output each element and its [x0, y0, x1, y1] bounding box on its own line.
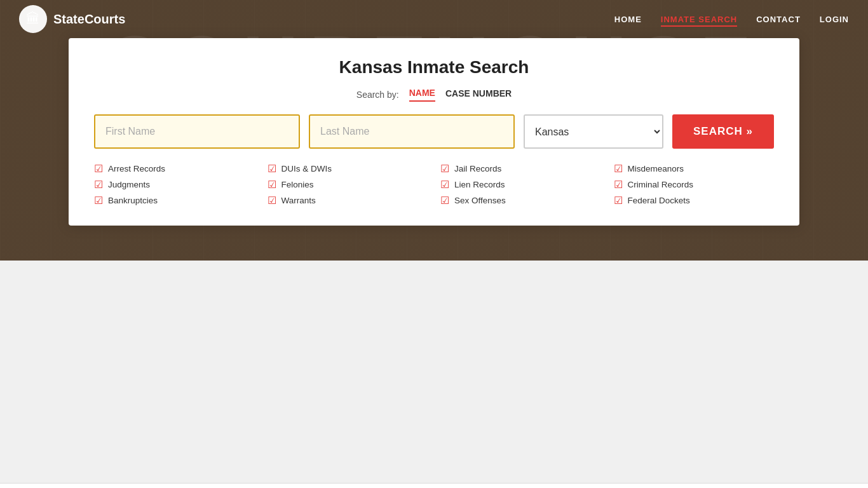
hero-section: COURTHOUSE 🏛 StateCourts HOME INMATE SEA… — [0, 0, 868, 261]
search-by-row: Search by: NAME CASE NUMBER — [94, 88, 774, 102]
nav-item-login[interactable]: LOGIN — [820, 13, 849, 25]
check-icon: ☑ — [268, 179, 276, 191]
state-select[interactable]: Kansas Alabama Alaska Arizona Arkansas C… — [524, 114, 663, 149]
feature-label: Misdemeanors — [628, 164, 684, 173]
navigation: 🏛 StateCourts HOME INMATE SEARCH CONTACT… — [0, 0, 868, 38]
feature-label: Felonies — [281, 180, 314, 189]
feature-label: Jail Records — [454, 164, 501, 173]
check-icon: ☑ — [614, 194, 623, 207]
check-icon: ☑ — [614, 179, 623, 191]
search-card-title: Kansas Inmate Search — [94, 57, 774, 78]
feature-item: ☑Bankruptcies — [94, 194, 255, 207]
check-icon: ☑ — [268, 163, 276, 175]
feature-label: Criminal Records — [628, 180, 694, 189]
nav-links: HOME INMATE SEARCH CONTACT LOGIN — [614, 13, 849, 25]
features-grid: ☑Arrest Records☑DUIs & DWIs☑Jail Records… — [94, 163, 774, 207]
check-icon: ☑ — [440, 194, 449, 207]
feature-label: Judgments — [108, 180, 150, 189]
feature-item: ☑Lien Records — [440, 179, 601, 191]
check-icon: ☑ — [614, 163, 623, 175]
check-icon: ☑ — [440, 163, 449, 175]
feature-item: ☑Warrants — [268, 194, 428, 207]
first-name-input[interactable] — [94, 114, 300, 149]
feature-item: ☑Arrest Records — [94, 163, 255, 175]
logo-link[interactable]: 🏛 StateCourts — [19, 5, 125, 33]
feature-item: ☑Felonies — [268, 179, 428, 191]
feature-item: ☑Federal Dockets — [614, 194, 775, 207]
search-inputs-row: Kansas Alabama Alaska Arizona Arkansas C… — [94, 114, 774, 149]
logo-icon: 🏛 — [19, 5, 47, 33]
feature-label: DUIs & DWIs — [281, 164, 332, 173]
check-icon: ☑ — [94, 194, 103, 207]
feature-item: ☑Judgments — [94, 179, 255, 191]
feature-label: Sex Offenses — [454, 196, 506, 205]
nav-item-contact[interactable]: CONTACT — [756, 13, 801, 25]
search-button[interactable]: SEARCH » — [672, 114, 774, 149]
nav-link-inmate-search[interactable]: INMATE SEARCH — [661, 15, 737, 27]
check-icon: ☑ — [94, 179, 103, 191]
feature-item: ☑DUIs & DWIs — [268, 163, 428, 175]
feature-label: Lien Records — [454, 180, 505, 189]
nav-item-home[interactable]: HOME — [614, 13, 642, 25]
feature-label: Arrest Records — [108, 164, 165, 173]
feature-item: ☑Sex Offenses — [440, 194, 601, 207]
feature-item: ☑Misdemeanors — [614, 163, 775, 175]
nav-link-login[interactable]: LOGIN — [820, 15, 849, 24]
logo-text: StateCourts — [53, 12, 125, 27]
feature-item: ☑Criminal Records — [614, 179, 775, 191]
nav-item-inmate-search[interactable]: INMATE SEARCH — [661, 13, 737, 25]
nav-link-contact[interactable]: CONTACT — [756, 15, 801, 24]
breadcrumb: Home›Inmate Search›Kansas›Osage County›O… — [0, 483, 868, 488]
search-card: Kansas Inmate Search Search by: NAME CAS… — [69, 38, 799, 226]
tab-name[interactable]: NAME — [409, 88, 435, 102]
search-by-label: Search by: — [356, 90, 399, 100]
feature-label: Bankruptcies — [108, 196, 158, 205]
check-icon: ☑ — [268, 194, 276, 207]
feature-label: Federal Dockets — [628, 196, 690, 205]
feature-label: Warrants — [281, 196, 316, 205]
tab-case-number[interactable]: CASE NUMBER — [445, 88, 512, 101]
nav-link-home[interactable]: HOME — [614, 15, 642, 24]
feature-item: ☑Jail Records — [440, 163, 601, 175]
last-name-input[interactable] — [309, 114, 515, 149]
check-icon: ☑ — [440, 179, 449, 191]
check-icon: ☑ — [94, 163, 103, 175]
